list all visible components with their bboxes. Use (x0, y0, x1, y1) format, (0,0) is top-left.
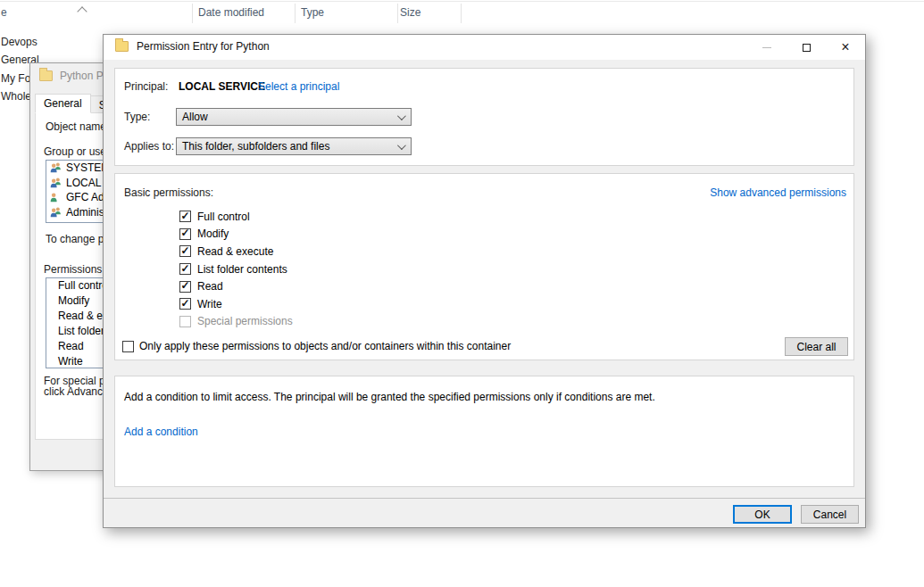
permission-entry-dialog: Permission Entry for Python × Principal:… (103, 34, 866, 528)
ok-button[interactable]: OK (733, 505, 792, 524)
permission-checkbox-row: Full control (179, 208, 293, 226)
permission-checkbox-list: Full control Modify Read & execute List … (179, 208, 293, 330)
select-principal-link[interactable]: Select a principal (258, 80, 339, 93)
special-permissions-text-line2: click Advance (44, 385, 109, 398)
dialog-titlebar[interactable]: Permission Entry for Python × (104, 35, 865, 60)
only-apply-label: Only apply these permissions to objects … (139, 340, 511, 352)
maximize-icon (803, 44, 811, 52)
minimize-button[interactable] (747, 35, 787, 60)
only-apply-checkbox-row: Only apply these permissions to objects … (122, 340, 511, 352)
name-column-header[interactable]: e (1, 6, 7, 19)
principal-label: Principal: (124, 80, 168, 93)
principal-value: LOCAL SERVICE (179, 80, 265, 93)
minimize-icon (762, 47, 771, 48)
dialog-title: Permission Entry for Python (137, 40, 270, 53)
object-name-label: Object name: (46, 120, 109, 133)
checkbox-label: Write (197, 298, 222, 310)
basic-permissions-label: Basic permissions: (124, 186, 213, 199)
show-advanced-permissions-link[interactable]: Show advanced permissions (710, 186, 846, 199)
permission-checkbox-row: List folder contents (179, 260, 293, 278)
permission-checkbox-row: Read & execute (179, 243, 293, 260)
checkbox[interactable] (179, 245, 191, 257)
checkbox-label: Full control (197, 211, 250, 223)
file-list-item[interactable]: My Fol (1, 72, 33, 85)
column-header-type[interactable]: Type (301, 6, 324, 19)
tab-general[interactable]: General (35, 94, 91, 113)
group-users-icon (49, 161, 62, 174)
file-list-item[interactable]: Devops (1, 36, 37, 48)
sort-ascending-icon (77, 6, 87, 16)
permission-checkbox-row: Write (179, 295, 293, 313)
close-button[interactable]: × (826, 35, 865, 60)
clear-all-button[interactable]: Clear all (785, 337, 848, 356)
add-condition-link[interactable]: Add a condition (124, 426, 198, 438)
column-separator[interactable] (461, 4, 462, 23)
chevron-down-icon (397, 141, 406, 150)
checkbox-label: Read & execute (197, 245, 273, 258)
to-change-text: To change pe (46, 233, 110, 245)
column-separator[interactable] (295, 4, 296, 23)
column-header-size[interactable]: Size (400, 6, 420, 19)
maximize-button[interactable] (787, 35, 826, 60)
applies-to-label: Applies to: (124, 140, 174, 153)
column-header-date-modified[interactable]: Date modified (198, 6, 264, 19)
single-user-icon (49, 191, 62, 203)
checkbox[interactable] (179, 263, 191, 275)
permission-checkbox-row: Modify (179, 226, 293, 244)
permission-checkbox-row: Read (179, 277, 293, 295)
permission-checkbox-row: Special permissions (179, 313, 293, 331)
checkbox[interactable] (179, 281, 191, 293)
close-icon: × (841, 40, 849, 54)
checkbox-label: Read (197, 280, 223, 293)
checkbox[interactable] (179, 298, 191, 310)
chevron-down-icon (397, 112, 406, 120)
applies-to-dropdown[interactable]: This folder, subfolders and files (176, 137, 412, 155)
checkbox[interactable] (179, 228, 191, 240)
type-label: Type: (124, 111, 150, 123)
cancel-button[interactable]: Cancel (801, 505, 859, 524)
checkbox-label: Modify (197, 227, 229, 240)
explorer-header-divider (0, 1, 924, 2)
dialog-title-group: Permission Entry for Python (115, 40, 270, 53)
type-dropdown[interactable]: Allow (176, 108, 412, 126)
basic-permissions-section: Basic permissions: Show advanced permiss… (114, 173, 854, 360)
dialog-footer: OK Cancel (104, 498, 865, 527)
principal-section: Principal: LOCAL SERVICE Select a princi… (114, 68, 854, 166)
checkbox-label: List folder contents (197, 263, 287, 276)
condition-section: Add a condition to limit access. The pri… (114, 376, 854, 487)
type-dropdown-value: Allow (182, 111, 208, 123)
column-separator[interactable] (397, 4, 398, 23)
checkbox-label: Special permissions (197, 315, 293, 327)
folder-icon (39, 70, 53, 81)
group-or-user-label: Group or user (44, 145, 110, 158)
group-users-icon (49, 206, 62, 219)
window-controls: × (747, 35, 865, 60)
checkbox[interactable] (122, 341, 134, 352)
column-separator[interactable] (192, 4, 193, 23)
checkbox[interactable] (179, 316, 191, 327)
condition-description: Add a condition to limit access. The pri… (124, 391, 655, 403)
applies-to-dropdown-value: This folder, subfolders and files (182, 140, 329, 153)
group-users-icon (49, 177, 62, 189)
checkbox[interactable] (179, 211, 191, 222)
folder-icon (115, 41, 129, 52)
